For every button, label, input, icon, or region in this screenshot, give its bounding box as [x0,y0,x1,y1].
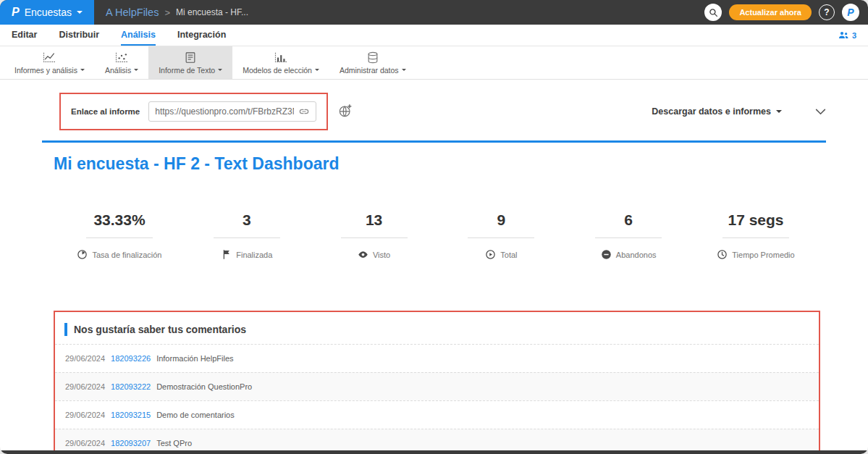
stat-label: Tasa de finalización [92,251,161,259]
download-reports-dropdown[interactable]: Descargar datos e informes [652,106,782,117]
search-icon [709,8,718,17]
tab-editar[interactable]: Editar [12,25,37,46]
stat-divider [86,237,153,238]
stat-value: 3 [193,211,301,229]
toolbar-administrar-datos[interactable]: Administrar datos [329,46,416,79]
globe-share-icon [338,104,353,118]
question-accent-bar [64,323,67,336]
stat-value: 33.33% [65,211,174,229]
stat-label: Total [500,251,517,259]
toolbar-item-label: Informes y análisis [14,66,77,75]
response-id-link[interactable]: 182093207 [111,439,151,447]
stat-label: Finalizada [236,251,272,259]
download-reports-label: Descargar datos e informes [652,106,771,117]
comment-text: Información HelpFiles [156,354,233,363]
report-right-actions: Descargar datos e informes [652,106,826,117]
gauge-icon [77,249,88,260]
response-id-link[interactable]: 182093222 [111,382,151,391]
chevron-down-icon [134,69,138,71]
response-id-link[interactable]: 182093215 [111,411,151,419]
collaborators-indicator[interactable]: 3 [838,25,856,46]
stat-value: 9 [447,211,555,229]
stat-total: 9 Total [447,211,555,260]
update-now-button[interactable]: Actualizar ahora [729,4,812,20]
app-switcher-button[interactable]: P Encuestas [0,0,94,25]
report-link-label: Enlace al informe [71,107,140,116]
breadcrumb: A HelpFiles > Mi encuesta - HF... [106,0,248,25]
annotation-box-comments: Nos gustaría saber tus comentarios 29/06… [54,311,820,454]
comment-text: Demo de comentarios [156,411,235,419]
play-circle-icon [485,249,496,260]
chevron-down-icon [315,69,319,71]
share-report-button[interactable] [338,104,353,120]
comments-header: Nos gustaría saber tus comentarios [55,312,819,344]
breadcrumb-separator: > [164,7,170,18]
breadcrumb-current: Mi encuesta - HF... [176,7,248,17]
stat-divider [468,237,534,238]
minus-circle-icon [601,249,612,260]
eye-icon [358,249,368,260]
toolbar-item-label: Informe de Texto [159,66,215,75]
response-id-link[interactable]: 182093226 [111,354,151,363]
search-button[interactable] [704,4,722,21]
collaborators-count: 3 [852,31,856,40]
stat-label: Visto [373,251,390,259]
analysis-toolbar: Informes y análisis Análisis Informe de … [0,46,868,80]
stat-divider [341,237,408,238]
stat-viewed: 13 Visto [320,211,429,260]
toolbar-item-label: Modelos de elección [243,66,312,75]
stat-value: 17 segs [701,211,810,229]
questionpro-logo: P [12,6,20,19]
report-link-url: https://questionpro.com/t/FBrbzRZ3N [155,106,294,117]
toolbar-informes-y-analisis[interactable]: Informes y análisis [4,46,95,79]
collapse-section-button[interactable] [815,106,826,117]
chevron-down-icon [218,69,222,71]
scatter-chart-icon [114,51,129,64]
stat-divider [595,237,662,238]
tab-integracion[interactable]: Integración [177,25,226,46]
chevron-down-icon [402,69,406,71]
toolbar-modelos-de-eleccion[interactable]: Modelos de elección [232,46,329,79]
comment-row[interactable]: 29/06/2024 182093215 Demo de comentarios [55,400,819,429]
report-link-row: Enlace al informe https://questionpro.co… [43,93,826,130]
database-icon [366,51,380,64]
annotation-box-report-link: Enlace al informe https://questionpro.co… [59,93,328,130]
window-bottom-edge [0,450,868,454]
stats-row: 33.33% Tasa de finalización 3 Finalizada… [65,211,810,260]
stat-value: 6 [574,211,683,229]
toolbar-analisis[interactable]: Análisis [95,46,148,79]
stat-completion-rate: 33.33% Tasa de finalización [65,211,174,260]
breadcrumb-folder-link[interactable]: A HelpFiles [106,7,159,18]
comment-date: 29/06/2024 [65,411,105,419]
people-icon [838,30,849,40]
stat-value: 13 [320,211,429,229]
toolbar-informe-de-texto[interactable]: Informe de Texto [148,46,232,79]
stat-label: Tiempo Promedio [732,251,794,259]
choice-models-icon [274,51,288,64]
report-link-input[interactable]: https://questionpro.com/t/FBrbzRZ3N [148,101,316,122]
topbar: P Encuestas A HelpFiles > Mi encuesta - … [0,0,868,25]
stat-completed: 3 Finalizada [193,211,301,260]
page-title: Mi encuesta - HF 2 - Text Dashboard [54,154,868,174]
text-report-icon [183,51,198,64]
tab-analisis[interactable]: Análisis [121,25,156,46]
chevron-down-icon [80,69,85,71]
comment-row[interactable]: 29/06/2024 182093222 Demostración Questi… [55,372,819,400]
chevron-down-icon [815,109,826,115]
comment-row[interactable]: 29/06/2024 182093226 Información HelpFil… [55,344,819,372]
line-chart-icon [42,51,56,64]
chevron-down-icon [776,110,782,113]
tab-distribuir[interactable]: Distribuir [59,25,99,46]
stat-average-time: 17 segs Tiempo Promedio [701,211,810,260]
help-button[interactable]: ? [819,4,835,20]
profile-button[interactable]: P [842,4,859,21]
comment-date: 29/06/2024 [65,354,105,363]
stat-label: Abandonos [616,251,657,259]
chevron-down-icon [77,11,83,14]
app-switcher-label: Encuestas [25,7,72,18]
toolbar-item-label: Análisis [105,66,131,75]
comment-date: 29/06/2024 [65,382,105,391]
link-icon [298,106,310,117]
comment-text: Demostración QuestionPro [156,382,252,391]
stat-dropouts: 6 Abandonos [574,211,683,260]
